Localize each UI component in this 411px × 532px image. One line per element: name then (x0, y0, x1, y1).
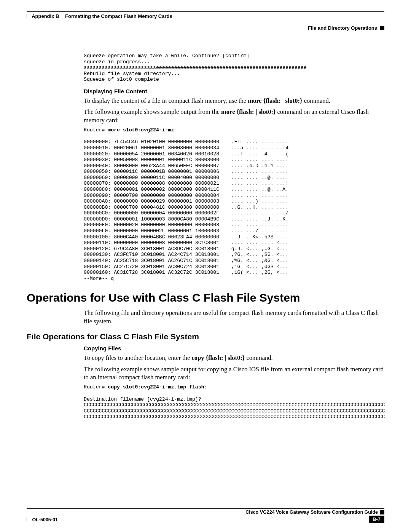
displaying-p2: The following example shows sample outpu… (84, 108, 384, 124)
page-header: Appendix B Formatting the Compact Flash … (27, 13, 384, 19)
copying-heading: Copying Files (84, 345, 384, 351)
page-number-badge: B-7 (369, 516, 384, 523)
operations-intro: The following file and directory operati… (84, 309, 384, 325)
header-square-icon (380, 26, 384, 30)
file-operations-heading: File Operations for Class C Flash File S… (27, 332, 384, 341)
operations-heading: Operations for Use with Class C Flash Fi… (27, 291, 384, 304)
appendix-label: Appendix B (32, 13, 59, 19)
more-command: Router# more slot0:cvg224-i-mz 00000000:… (84, 127, 384, 281)
section-right: File and Directory Operations (308, 25, 377, 31)
footer-guide: Cisco VG224 Voice Gateway Software Confi… (245, 510, 378, 515)
displaying-heading: Displaying File Content (84, 88, 384, 94)
page-footer: Cisco VG224 Voice Gateway Software Confi… (27, 508, 384, 523)
appendix-title: Formatting the Compact Flash Memory Card… (65, 13, 172, 19)
footer-square-icon (380, 510, 384, 514)
footer-docnum: OL-5005-01 (32, 517, 57, 522)
copying-p2: The following example shows sample outpu… (84, 365, 384, 382)
copy-command: Router# copy slot0:cvg224-i-mz.tmp flash… (84, 384, 384, 420)
squeeze-output: Squeeze operation may take a while. Cont… (84, 53, 384, 83)
displaying-p1: To display the content of a file in comp… (84, 97, 384, 105)
copying-p1: To copy files to another location, enter… (84, 354, 384, 362)
